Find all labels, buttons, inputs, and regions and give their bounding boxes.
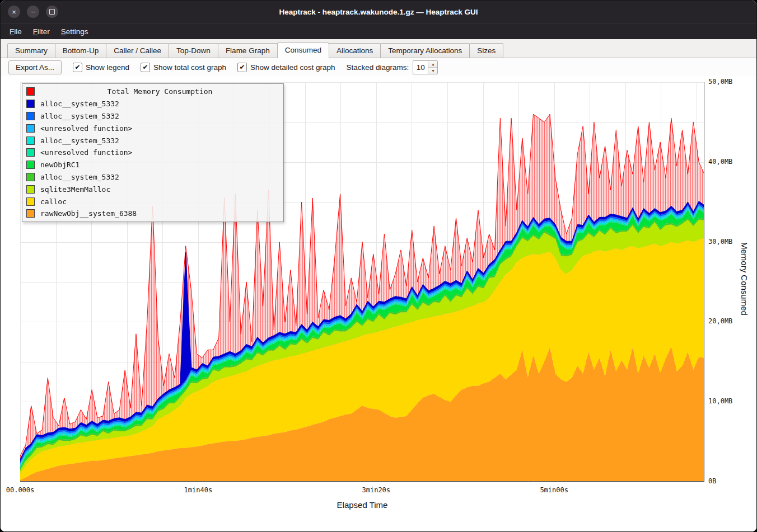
legend-row: alloc__system_5332 <box>22 171 283 183</box>
tab-summary[interactable]: Summary <box>7 43 55 58</box>
legend-swatch <box>26 100 35 108</box>
titlebar[interactable]: × − Heaptrack - heaptrack.wakunode.1.gz … <box>1 1 756 23</box>
export-as-button[interactable]: Export As... <box>8 60 62 74</box>
x-axis-tick-label: 00.000s <box>6 486 35 494</box>
tab-bottom-up[interactable]: Bottom-Up <box>55 43 107 58</box>
stacked-diagrams-control: Stacked diagrams: 10 ▲ ▼ <box>347 60 438 74</box>
legend-title-row: Total Memory Consumption <box>22 86 283 98</box>
y-axis-tick-label: 10,0MB <box>708 397 732 405</box>
checkbox-group: ✔Show legend✔Show total cost graph✔Show … <box>73 63 335 72</box>
legend-row: <unresolved function> <box>22 147 283 159</box>
stacked-diagrams-value[interactable]: 10 <box>413 61 428 74</box>
stacked-diagrams-label: Stacked diagrams: <box>347 63 409 72</box>
x-axis-tick-label: 1min40s <box>184 486 213 494</box>
legend-label: alloc__system_5332 <box>40 100 119 108</box>
legend-title: Total Memory Consumption <box>40 87 279 96</box>
chevron-up-icon: ▲ <box>431 62 434 66</box>
legend-row: calloc <box>22 195 283 208</box>
legend-row: <unresolved function> <box>22 122 283 134</box>
legend-label: newObjRC1 <box>40 161 80 169</box>
checkbox-label: Show legend <box>86 63 129 72</box>
legend-swatch <box>26 124 35 133</box>
y-axis-tick-label: 50,0MB <box>708 78 732 86</box>
window-title: Heaptrack - heaptrack.wakunode.1.gz — He… <box>1 8 756 16</box>
legend-swatch <box>26 136 35 145</box>
legend-swatch <box>26 148 35 157</box>
minimize-icon: − <box>31 8 35 16</box>
legend-swatch <box>26 161 35 169</box>
x-axis-title: Elapsed Time <box>337 500 388 510</box>
close-icon: × <box>12 8 16 16</box>
tab-allocations[interactable]: Allocations <box>329 43 381 58</box>
tab-flame-graph[interactable]: Flame Graph <box>218 43 278 58</box>
legend-row: alloc__system_5332 <box>22 134 283 147</box>
legend-swatch <box>26 185 35 194</box>
checkbox-label: Show detailed cost graph <box>250 63 335 72</box>
legend-row: sqlite3MemMalloc <box>22 183 283 195</box>
tab-temporary-allocations[interactable]: Temporary Allocations <box>380 43 470 58</box>
legend-swatch <box>26 197 35 206</box>
legend-label: calloc <box>40 197 67 206</box>
checkbox-show-total-cost-graph[interactable]: ✔Show total cost graph <box>141 63 226 72</box>
legend-row: alloc__system_5332 <box>22 110 283 123</box>
maximize-button[interactable] <box>46 6 58 18</box>
y-axis-tick-label: 0B <box>708 477 716 485</box>
legend-label: alloc__system_5332 <box>40 173 119 181</box>
spin-up-button[interactable]: ▲ <box>428 61 437 68</box>
legend-label: <unresolved function> <box>40 148 132 157</box>
checkbox-label: Show total cost graph <box>153 63 226 72</box>
legend-swatch <box>26 112 35 120</box>
spinner-arrows: ▲ ▼ <box>428 61 437 74</box>
chart-legend: Total Memory Consumption alloc__system_5… <box>22 83 284 222</box>
y-axis-tick-label: 20,0MB <box>708 317 732 325</box>
tab-top-down[interactable]: Top-Down <box>169 43 218 58</box>
menu-file[interactable]: File <box>4 25 27 38</box>
legend-swatch <box>26 209 35 218</box>
checkmark-icon: ✔ <box>237 63 247 72</box>
tabbar: SummaryBottom-UpCaller / CalleeTop-DownF… <box>1 39 756 58</box>
y-axis-title: Memory Consumed <box>740 242 749 316</box>
stacked-diagrams-spinner[interactable]: 10 ▲ ▼ <box>413 60 438 74</box>
app-window: × − Heaptrack - heaptrack.wakunode.1.gz … <box>0 0 757 532</box>
checkbox-show-detailed-cost-graph[interactable]: ✔Show detailed cost graph <box>237 63 335 72</box>
legend-title-swatch <box>26 87 35 96</box>
maximize-icon <box>49 9 55 15</box>
tab-caller-callee[interactable]: Caller / Callee <box>106 43 169 58</box>
toolbar: Export As... ✔Show legend✔Show total cos… <box>1 58 756 76</box>
legend-label: rawNewObj__system_6388 <box>40 209 137 218</box>
legend-row: rawNewObj__system_6388 <box>22 208 283 220</box>
spin-down-button[interactable]: ▼ <box>428 68 437 74</box>
x-axis-tick-label: 5min00s <box>540 486 568 494</box>
minimize-button[interactable]: − <box>27 6 39 18</box>
window-controls: × − <box>1 6 58 18</box>
checkbox-show-legend[interactable]: ✔Show legend <box>73 63 129 72</box>
y-axis-tick-label: 40,0MB <box>708 158 732 166</box>
x-axis-tick-label: 3min20s <box>362 486 390 494</box>
legend-swatch <box>26 173 35 181</box>
checkmark-icon: ✔ <box>73 63 82 72</box>
legend-row: newObjRC1 <box>22 159 283 171</box>
chevron-down-icon: ▼ <box>431 69 434 73</box>
checkmark-icon: ✔ <box>141 63 150 72</box>
tab-consumed[interactable]: Consumed <box>277 43 329 58</box>
legend-label: alloc__system_5332 <box>40 136 119 145</box>
legend-row: alloc__system_5332 <box>22 98 283 110</box>
y-axis-tick-label: 30,0MB <box>708 238 732 246</box>
close-button[interactable]: × <box>8 6 20 18</box>
chart-panel: Total Memory Consumption alloc__system_5… <box>1 76 756 532</box>
menubar: FileFilterSettings <box>1 23 756 39</box>
menu-settings[interactable]: Settings <box>55 25 94 38</box>
legend-label: alloc__system_5332 <box>40 112 119 120</box>
legend-label: sqlite3MemMalloc <box>40 185 110 194</box>
tab-sizes[interactable]: Sizes <box>469 43 503 58</box>
menu-filter[interactable]: Filter <box>27 25 55 38</box>
legend-label: <unresolved function> <box>40 124 132 133</box>
